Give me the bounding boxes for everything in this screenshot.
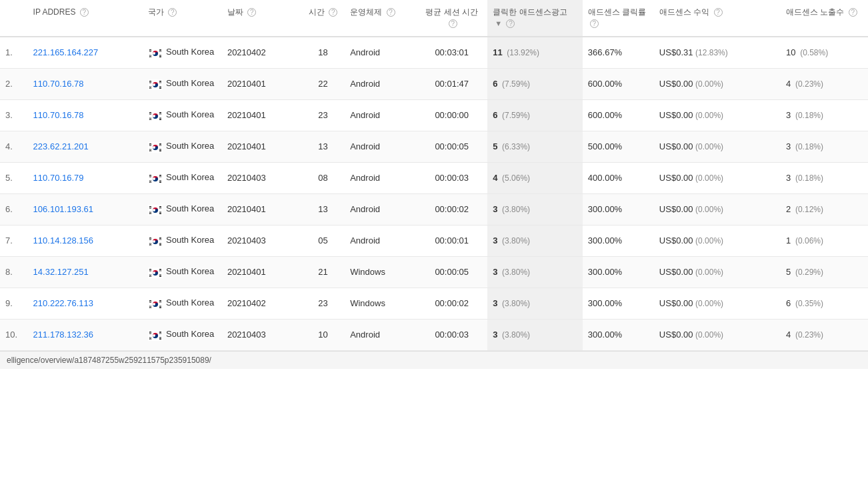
row-impressions-1: 10 (0.58%): [781, 37, 868, 69]
row-time-9: 23: [301, 288, 345, 319]
ctr-help-icon[interactable]: ?: [590, 19, 599, 28]
revenue-value: US$0.00: [659, 298, 693, 308]
clicks-value: 3: [493, 204, 497, 214]
country-name: South Korea: [166, 298, 214, 309]
ip-address[interactable]: 14.32.127.251: [33, 267, 89, 277]
row-revenue-3: US$0.00 (0.00%): [654, 99, 781, 131]
revenue-value: US$0.00: [659, 267, 693, 277]
revenue-help-icon[interactable]: ?: [714, 8, 723, 17]
table-row: 10. 211.178.132.36: [0, 319, 868, 350]
ip-address[interactable]: 106.101.193.61: [33, 204, 93, 214]
time-value: 08: [318, 173, 327, 183]
clicks-sort-icon[interactable]: ▼: [495, 19, 502, 29]
revenue-pct: (0.00%): [695, 173, 723, 183]
row-number: 3.: [5, 110, 13, 120]
time-value: 23: [318, 110, 327, 120]
country-help-icon[interactable]: ?: [168, 8, 177, 17]
impressions-pct: (0.58%): [800, 48, 828, 57]
row-number: 8.: [5, 267, 13, 277]
row-avgsession-4: 00:00:05: [416, 131, 487, 162]
os-value: Android: [350, 330, 380, 340]
row-impressions-4: 3 (0.18%): [781, 131, 868, 162]
col-header-ip: IP ADDRES ?: [28, 0, 143, 37]
row-ip-7: 110.14.128.156: [28, 225, 143, 256]
ip-address[interactable]: 110.70.16.79: [33, 173, 84, 183]
ctr-value: 300.00%: [588, 330, 622, 340]
table-row: 4. 223.62.21.201: [0, 131, 868, 162]
ip-help-icon[interactable]: ?: [80, 8, 89, 17]
row-number: 2.: [5, 79, 13, 89]
row-os-9: Windows: [345, 288, 416, 319]
row-num-7: 7.: [0, 225, 28, 256]
row-number: 1.: [5, 47, 13, 57]
table-row: 1. 221.165.164.227: [0, 37, 868, 69]
time-value: 21: [318, 267, 327, 277]
ip-address[interactable]: 110.70.16.78: [33, 110, 84, 120]
impressions-value: 1: [786, 235, 791, 245]
revenue-value: US$0.00: [659, 141, 693, 151]
avgsession-help-icon[interactable]: ?: [449, 19, 457, 28]
avgsession-value: 00:01:47: [435, 79, 469, 89]
row-clicks-9: 3 (3.80%): [487, 288, 583, 319]
impressions-pct: (0.18%): [795, 111, 823, 120]
ip-address[interactable]: 221.165.164.227: [33, 47, 99, 57]
os-help-icon[interactable]: ?: [387, 8, 395, 17]
row-country-4: South Korea: [143, 131, 222, 162]
ctr-value: 300.00%: [588, 235, 622, 245]
row-date-1: 20210402: [222, 37, 301, 69]
ip-address[interactable]: 210.222.76.113: [33, 298, 93, 308]
country-flag: [148, 111, 163, 121]
row-num-5: 5.: [0, 162, 28, 193]
ip-address[interactable]: 110.70.16.78: [33, 79, 84, 89]
os-value: Android: [350, 204, 380, 214]
date-help-icon[interactable]: ?: [247, 8, 256, 17]
impressions-pct: (0.12%): [795, 205, 823, 214]
os-value: Windows: [350, 298, 385, 308]
col-revenue-label: 애드센스 수익: [659, 7, 709, 17]
clicks-pct: (5.06%): [502, 173, 530, 183]
table-row: 9. 210.222.76.113: [0, 288, 868, 319]
date-value: 20210401: [227, 267, 266, 277]
table-row: 8. 14.32.127.251: [0, 256, 868, 288]
impressions-pct: (0.23%): [795, 330, 823, 340]
date-value: 20210401: [227, 79, 266, 89]
row-revenue-4: US$0.00 (0.00%): [654, 131, 781, 162]
country-name: South Korea: [166, 47, 214, 58]
country-name: South Korea: [166, 203, 214, 215]
clicks-pct: (7.59%): [502, 79, 530, 89]
row-date-8: 20210401: [222, 256, 301, 288]
table-row: 5. 110.70.16.79: [0, 162, 868, 193]
impressions-pct: (0.29%): [795, 268, 823, 277]
revenue-pct: (12.83%): [695, 48, 728, 57]
os-value: Android: [350, 235, 380, 245]
main-table-wrapper: IP ADDRES ? 국가 ? 날짜 ? 시간 ? 운영체제 ?: [0, 0, 868, 351]
row-os-4: Android: [345, 131, 416, 162]
revenue-value: US$0.00: [659, 235, 693, 245]
country-flag: [148, 48, 163, 59]
row-number: 5.: [5, 173, 13, 183]
clicks-pct: (3.80%): [502, 205, 530, 214]
ip-address[interactable]: 223.62.21.201: [33, 141, 89, 151]
clicks-value: 4: [493, 173, 497, 183]
ip-address[interactable]: 110.14.128.156: [33, 235, 93, 245]
date-value: 20210402: [227, 47, 266, 57]
row-impressions-10: 4 (0.23%): [781, 319, 868, 350]
row-ctr-6: 300.00%: [583, 193, 654, 225]
col-country-label: 국가: [148, 7, 164, 17]
row-country-5: South Korea: [143, 162, 222, 193]
country-name: South Korea: [166, 141, 214, 152]
row-country-3: South Korea: [143, 99, 222, 131]
clicks-help-icon[interactable]: ?: [506, 19, 515, 28]
row-ip-4: 223.62.21.201: [28, 131, 143, 162]
ip-address[interactable]: 211.178.132.36: [33, 330, 93, 340]
impressions-help-icon[interactable]: ?: [849, 8, 857, 17]
row-avgsession-9: 00:00:02: [416, 288, 487, 319]
time-help-icon[interactable]: ?: [329, 8, 337, 17]
os-value: Windows: [350, 267, 385, 277]
revenue-pct: (0.00%): [695, 79, 723, 89]
col-header-ctr: 애드센스 클릭률 ?: [583, 0, 654, 37]
revenue-pct: (0.00%): [695, 111, 723, 120]
col-header-time: 시간 ?: [301, 0, 345, 37]
row-ctr-9: 300.00%: [583, 288, 654, 319]
row-revenue-1: US$0.31 (12.83%): [654, 37, 781, 69]
